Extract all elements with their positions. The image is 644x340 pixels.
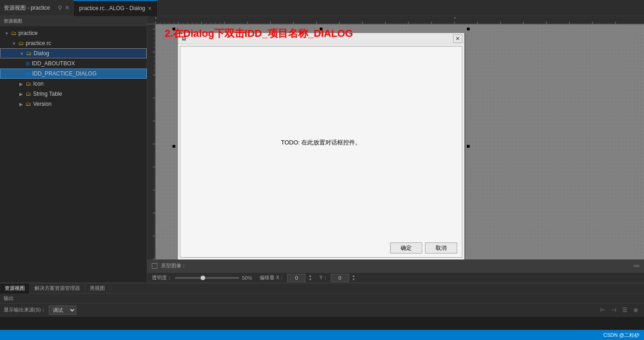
prototype-checkbox[interactable] bbox=[152, 263, 157, 269]
output-source-select[interactable]: 调试 bbox=[49, 305, 76, 315]
design-area: 2.在Dialog下双击IDD_项目名称_DIALOG bbox=[147, 24, 644, 259]
panel-pin-icon[interactable]: ⚲ bbox=[58, 5, 62, 11]
ruler-v-svg bbox=[147, 24, 155, 259]
expand-icon: ▾ bbox=[4, 31, 9, 36]
offset-y-label: Y： bbox=[319, 274, 328, 281]
tab-solution-explorer[interactable]: 解决方案资源管理器 bbox=[30, 283, 85, 294]
output-header-text: 输出 bbox=[4, 295, 14, 302]
expand-icon-string: ▶ bbox=[18, 92, 24, 97]
sidebar-item-rc[interactable]: ▾ 🗂 practice.rc bbox=[0, 38, 147, 48]
ruler-horizontal bbox=[147, 16, 644, 24]
bottom-area: 资源视图 解决方案资源管理器 类视图 输出 显示输出来源(S)： 调试 ⊢ ⊣ … bbox=[0, 282, 644, 330]
offset-x-input[interactable]: 0 bbox=[287, 274, 305, 282]
output-icon-2[interactable]: ⊣ bbox=[609, 305, 618, 315]
offset-y-input[interactable]: 0 bbox=[331, 274, 349, 282]
sidebar-item-practice-dialog[interactable]: ⊞ IDD_PRACTICE_DIALOG bbox=[0, 69, 147, 79]
sidebar-item-aboutbox-label: IDD_ABOUTBOX bbox=[32, 60, 75, 67]
offset-y-down[interactable]: ▼ bbox=[352, 278, 356, 282]
handle-mid-left[interactable] bbox=[172, 145, 175, 148]
dialog-container[interactable]: 🖼 ✕ TODO: 在此放置对话框控件。 确定 取消 bbox=[174, 29, 468, 259]
expand-icon-version: ▶ bbox=[18, 102, 24, 107]
tab-bar: practice.rc...ALOG - Dialog ✕ bbox=[74, 0, 644, 16]
panel-close-icon[interactable]: ✕ bbox=[65, 5, 69, 11]
sidebar-item-icon[interactable]: ▶ 🗂 Icon bbox=[0, 79, 147, 89]
bottom-tabs: 资源视图 解决方案资源管理器 类视图 bbox=[0, 283, 644, 293]
expand-icon-rc: ▾ bbox=[11, 41, 17, 46]
offset-x-arrows[interactable]: ▲ ▼ bbox=[308, 274, 312, 282]
sidebar-item-version-label: Version bbox=[33, 101, 52, 107]
todo-text: TODO: 在此放置对话框控件。 bbox=[281, 138, 362, 147]
rc-folder-icon: 🗂 bbox=[18, 40, 24, 46]
folder-icon: 🗂 bbox=[11, 30, 17, 36]
handle-top-right[interactable] bbox=[467, 28, 470, 30]
annotation-text: 2.在Dialog下双击IDD_项目名称_DIALOG bbox=[165, 27, 353, 40]
ok-button[interactable]: 确定 bbox=[390, 242, 422, 254]
svg-rect-37 bbox=[147, 24, 155, 259]
content-area: 2.在Dialog下双击IDD_项目名称_DIALOG bbox=[147, 16, 644, 282]
sidebar-item-string-label: String Table bbox=[33, 91, 62, 97]
tab-class-label: 类视图 bbox=[90, 285, 105, 292]
transparency-label: 透明度： bbox=[152, 274, 172, 281]
panel-title-text: 资源视图 - practice bbox=[4, 4, 50, 12]
slider-area: 透明度： 50% 偏移量 X： 0 ▲ ▼ Y： 0 ▲ ▼ bbox=[147, 272, 644, 282]
output-icon-1[interactable]: ⊢ bbox=[598, 305, 607, 315]
output-header: 输出 bbox=[0, 294, 644, 304]
transparency-value: 50% bbox=[242, 275, 252, 281]
sidebar-item-practice[interactable]: ▾ 🗂 practice bbox=[0, 28, 147, 38]
offset-x-down[interactable]: ▼ bbox=[308, 278, 312, 282]
dialog-folder-icon: 🗂 bbox=[26, 50, 32, 57]
output-icon-4[interactable]: ⊕ bbox=[631, 305, 640, 315]
dialog-tab[interactable]: practice.rc...ALOG - Dialog ✕ bbox=[74, 0, 158, 16]
panel-title: 资源视图 - practice ⚲ ✕ bbox=[0, 0, 74, 16]
sidebar-item-aboutbox[interactable]: ⊞ IDD_ABOUTBOX bbox=[0, 58, 147, 69]
tab-resource-view-label: 资源视图 bbox=[5, 285, 25, 292]
win-dialog-content: TODO: 在此放置对话框控件。 bbox=[180, 46, 462, 239]
sidebar-header: 资源视图 bbox=[0, 16, 147, 26]
win-dialog-buttons: 确定 取消 bbox=[390, 239, 462, 257]
ruler-svg bbox=[147, 16, 644, 24]
tab-class-view[interactable]: 类视图 bbox=[85, 283, 110, 294]
expand-icon-icon: ▶ bbox=[18, 81, 24, 86]
transparency-slider[interactable] bbox=[175, 277, 239, 279]
file-icon-practice: ⊞ bbox=[26, 71, 30, 77]
expand-icon-dialog: ▾ bbox=[19, 51, 24, 56]
offset-y-arrows[interactable]: ▲ ▼ bbox=[352, 274, 356, 282]
sidebar-title: 资源视图 bbox=[4, 18, 22, 24]
sidebar-content: ▾ 🗂 practice ▾ 🗂 practice.rc ▾ 🗂 Dialog … bbox=[0, 26, 147, 282]
win-dialog: 🖼 ✕ TODO: 在此放置对话框控件。 确定 取消 bbox=[178, 33, 465, 259]
svg-rect-35 bbox=[155, 17, 156, 18]
sidebar: 资源视图 ▾ 🗂 practice ▾ 🗂 practice.rc ▾ 🗂 Di… bbox=[0, 16, 147, 282]
sidebar-item-practice-label: IDD_PRACTICE_DIALOG bbox=[32, 70, 97, 77]
top-bar: 资源视图 - practice ⚲ ✕ practice.rc...ALOG -… bbox=[0, 0, 644, 16]
status-bar: CSDN @二粒砂 bbox=[0, 330, 644, 340]
sidebar-item-string-table[interactable]: ▶ 🗂 String Table bbox=[0, 89, 147, 99]
sidebar-item-rc-label: practice.rc bbox=[26, 40, 51, 46]
cancel-button[interactable]: 取消 bbox=[425, 242, 457, 254]
sidebar-item-version[interactable]: ▶ 🗂 Version bbox=[0, 99, 147, 109]
prototype-bar: 原型图像： bbox=[147, 259, 644, 272]
tab-solution-label: 解决方案资源管理器 bbox=[34, 285, 80, 292]
string-folder-icon: 🗂 bbox=[26, 91, 31, 97]
output-area: 输出 显示输出来源(S)： 调试 ⊢ ⊣ ☰ ⊕ bbox=[0, 293, 644, 330]
tab-label: practice.rc...ALOG - Dialog bbox=[79, 5, 145, 12]
svg-rect-36 bbox=[454, 17, 455, 18]
status-text: CSDN @二粒砂 bbox=[604, 332, 639, 339]
tab-close-icon[interactable]: ✕ bbox=[148, 6, 152, 12]
main-area: 资源视图 ▾ 🗂 practice ▾ 🗂 practice.rc ▾ 🗂 Di… bbox=[0, 16, 644, 282]
offset-x-label: 偏移量 X： bbox=[259, 274, 284, 281]
prototype-label: 原型图像： bbox=[161, 262, 186, 269]
slider-thumb[interactable] bbox=[201, 276, 205, 280]
output-icons: ⊢ ⊣ ☰ ⊕ bbox=[598, 305, 640, 315]
design-surface: 2.在Dialog下双击IDD_项目名称_DIALOG bbox=[155, 24, 644, 259]
file-icon-aboutbox: ⊞ bbox=[26, 61, 30, 67]
sidebar-item-dialog[interactable]: ▾ 🗂 Dialog bbox=[0, 48, 147, 58]
output-toolbar: 显示输出来源(S)： 调试 ⊢ ⊣ ☰ ⊕ bbox=[0, 304, 644, 317]
output-source-label: 显示输出来源(S)： bbox=[4, 306, 46, 313]
win-close-button[interactable]: ✕ bbox=[453, 35, 462, 43]
sidebar-item-icon-label: Icon bbox=[33, 81, 44, 87]
version-folder-icon: 🗂 bbox=[26, 101, 31, 107]
ruler-vertical bbox=[147, 24, 155, 259]
output-icon-3[interactable]: ☰ bbox=[620, 305, 629, 315]
handle-mid-right[interactable] bbox=[467, 145, 470, 148]
tab-resource-view[interactable]: 资源视图 bbox=[0, 283, 30, 294]
